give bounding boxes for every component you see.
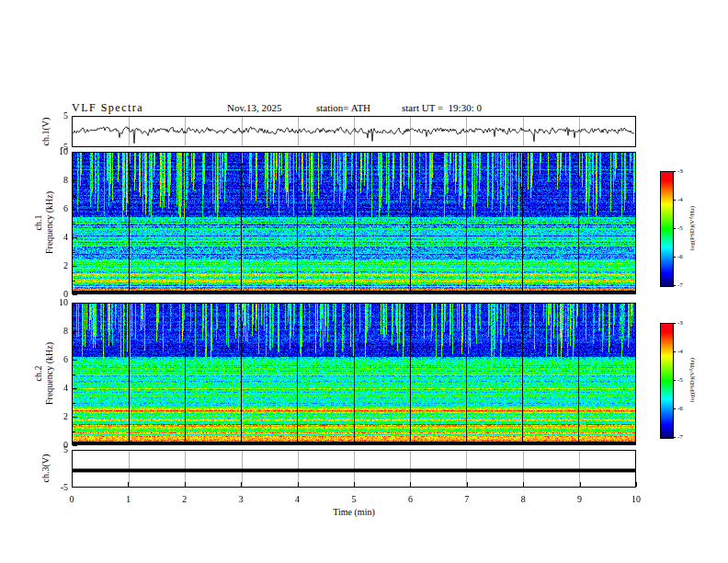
figure-station: station= ATH: [316, 102, 370, 113]
colorbar-tick-mark: [673, 323, 676, 324]
freq-minor-tick-mark: [73, 403, 75, 404]
colorbar-tick-label: -6: [677, 253, 683, 260]
ch1-frequency-axis-label: Frequency (kHz): [44, 191, 54, 254]
freq-tick-label: 10: [59, 297, 68, 307]
freq-tick-label: 4: [63, 232, 68, 242]
ch1-waveform-canvas: [73, 117, 635, 146]
x-tick-mark: [636, 482, 637, 487]
x-axis-label: Time (min): [333, 507, 374, 517]
freq-tick-mark: [73, 237, 77, 238]
x-tick-label: 1: [126, 494, 131, 504]
colorbar-tick-label: -5: [677, 224, 683, 232]
freq-tick-label: 2: [63, 260, 68, 270]
ch2-spectrogram-panel: [72, 303, 636, 445]
x-tick-label: 8: [521, 494, 526, 504]
voltage-tick-label: 5: [63, 444, 68, 454]
freq-minor-tick-mark: [73, 281, 75, 282]
colorbar-tick-mark: [673, 380, 676, 381]
x-tick-label: 10: [631, 494, 641, 504]
colorbar-tick-mark: [673, 200, 676, 201]
freq-tick-mark: [73, 331, 77, 332]
x-tick-mark: [298, 482, 299, 487]
freq-tick-label: 6: [63, 203, 68, 213]
ch1-channel-label: ch.1: [33, 215, 43, 231]
x-tick-mark: [523, 482, 524, 487]
x-tick-label: 3: [239, 494, 244, 504]
figure-start-ut: start UT = 19:30: 0: [402, 102, 482, 113]
freq-tick-mark: [73, 388, 77, 389]
ch3-voltage-axis-label: ch.3(V): [40, 454, 51, 483]
freq-tick-mark: [73, 152, 77, 153]
colorbar-tick-mark: [673, 228, 676, 229]
freq-tick-mark: [73, 417, 77, 418]
x-tick-mark: [185, 482, 186, 487]
x-tick-label: 5: [352, 494, 357, 504]
freq-tick-label: 2: [63, 411, 68, 421]
freq-minor-tick-mark: [73, 252, 75, 253]
freq-tick-label: 8: [63, 175, 68, 185]
x-tick-label: 2: [182, 494, 187, 504]
freq-tick-mark: [73, 445, 77, 446]
vlf-spectra-figure: VLF Spectra Nov.13, 2025 station= ATH st…: [0, 0, 728, 563]
freq-tick-mark: [73, 209, 77, 210]
ch2-spectrogram-canvas: [73, 304, 635, 444]
freq-tick-mark: [73, 180, 77, 181]
freq-minor-tick-mark: [73, 224, 75, 224]
colorbar-tick-label: -4: [677, 196, 683, 203]
ch2-colorbar: [660, 323, 674, 439]
colorbar-tick-label: -5: [677, 376, 683, 384]
x-tick-mark: [410, 482, 411, 487]
colorbar-tick-mark: [673, 351, 676, 352]
colorbar-tick-label: -7: [677, 282, 683, 289]
freq-minor-tick-mark: [73, 374, 75, 375]
freq-tick-label: 8: [63, 326, 68, 336]
x-tick-mark: [580, 482, 581, 487]
x-tick-label: 0: [70, 494, 74, 504]
voltage-tick-label: -5: [61, 142, 68, 152]
ch1-spectrogram-panel: [72, 152, 636, 294]
x-tick-label: 6: [408, 494, 413, 504]
freq-tick-label: 6: [63, 354, 68, 364]
colorbar-tick-label: -3: [677, 167, 683, 175]
ch2-colorbar-label: log(PSD)(V²/Hz): [688, 358, 696, 402]
freq-minor-tick-mark: [73, 346, 75, 347]
colorbar-tick-mark: [673, 257, 676, 258]
colorbar-tick-label: -6: [677, 405, 683, 412]
ch1-voltage-axis-label: ch.1(V): [40, 118, 51, 146]
freq-tick-mark: [73, 303, 77, 304]
colorbar-tick-mark: [673, 408, 676, 409]
x-tick-mark: [128, 482, 129, 487]
figure-title: VLF Spectra: [72, 101, 143, 115]
freq-tick-mark: [73, 294, 77, 295]
ch1-colorbar-label: log(PSD)(V²/Hz): [688, 206, 696, 250]
freq-minor-tick-mark: [73, 431, 75, 432]
freq-minor-tick-mark: [73, 167, 75, 167]
freq-tick-label: 4: [63, 383, 68, 393]
figure-date: Nov.13, 2025: [227, 102, 281, 113]
colorbar-tick-mark: [673, 437, 676, 438]
x-tick-label: 4: [295, 494, 300, 504]
x-tick-mark: [467, 482, 468, 487]
colorbar-tick-mark: [673, 285, 676, 286]
x-tick-label: 9: [577, 494, 582, 504]
x-tick-mark: [354, 482, 355, 487]
voltage-tick-label: -5: [61, 482, 68, 492]
freq-tick-mark: [73, 360, 77, 361]
colorbar-tick-mark: [673, 171, 676, 172]
x-tick-mark: [72, 482, 73, 487]
ch2-frequency-axis-label: Frequency (kHz): [44, 342, 54, 405]
freq-tick-mark: [73, 266, 77, 267]
ch2-channel-label: ch.2: [33, 366, 43, 382]
colorbar-tick-label: -7: [677, 433, 683, 441]
ch1-colorbar: [660, 171, 674, 287]
x-tick-mark: [241, 482, 242, 487]
ch1-spectrogram-canvas: [73, 153, 635, 293]
colorbar-tick-label: -4: [677, 348, 683, 355]
freq-minor-tick-mark: [73, 317, 75, 318]
colorbar-tick-label: -3: [677, 319, 683, 327]
voltage-tick-label: 5: [63, 110, 68, 121]
freq-minor-tick-mark: [73, 195, 75, 196]
ch1-voltage-panel: [72, 116, 636, 147]
x-tick-label: 7: [464, 494, 469, 504]
